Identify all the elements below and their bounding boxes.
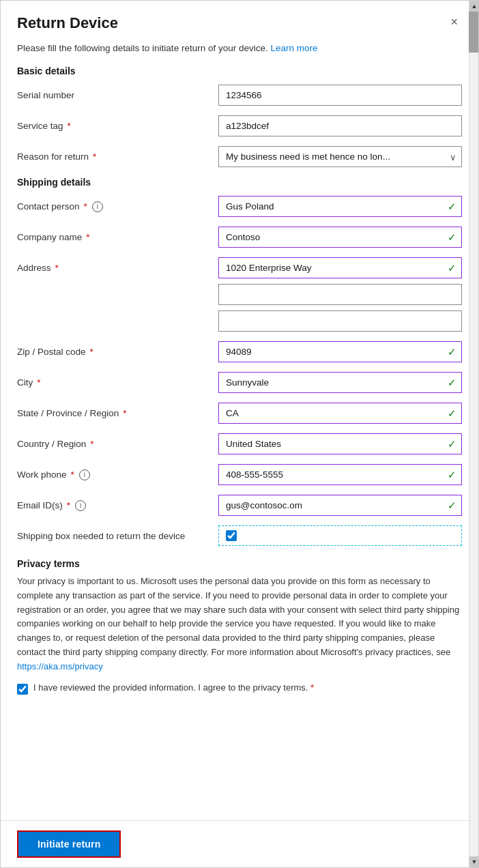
contact-person-row: Contact person * i ✓ <box>17 196 462 217</box>
work-phone-row: Work phone * i ✓ <box>17 464 462 485</box>
privacy-link[interactable]: https://aka.ms/privacy <box>17 661 103 671</box>
learn-more-link[interactable]: Learn more <box>270 43 317 53</box>
service-tag-label: Service tag * <box>17 121 218 131</box>
email-label: Email ID(s) * i <box>17 500 218 511</box>
serial-number-row: Serial number <box>17 85 462 106</box>
company-name-input[interactable] <box>218 227 462 248</box>
reason-return-required: * <box>93 151 96 162</box>
work-phone-info-icon[interactable]: i <box>79 469 90 480</box>
reason-return-select[interactable]: My business need is met hence no lon... <box>218 146 462 167</box>
dialog-body: Please fill the following details to ini… <box>1 39 478 820</box>
scrollbar-down-button[interactable]: ▼ <box>469 856 479 867</box>
zip-postal-row: Zip / Postal code * ✓ <box>17 341 462 362</box>
address-line2-wrapper <box>218 284 462 305</box>
reason-return-row: Reason for return * My business need is … <box>17 146 462 167</box>
state-required: * <box>123 408 126 418</box>
privacy-agree-required: * <box>310 682 314 693</box>
city-input[interactable] <box>218 372 462 393</box>
shipping-details-title: Shipping details <box>17 177 462 188</box>
country-wrapper: ✓ <box>218 433 462 454</box>
email-required: * <box>67 500 70 510</box>
close-button[interactable]: × <box>446 14 462 29</box>
service-tag-required: * <box>68 121 71 131</box>
contact-person-label: Contact person * i <box>17 201 218 212</box>
email-info-icon[interactable]: i <box>75 500 86 511</box>
work-phone-input[interactable] <box>218 464 462 485</box>
address-row: Address * ✓ <box>17 257 462 332</box>
return-device-dialog: ▲ ▼ Return Device × Please fill the foll… <box>0 0 479 868</box>
company-name-label: Company name * <box>17 232 218 242</box>
shipping-box-row: Shipping box needed to return the device <box>17 525 462 546</box>
address-line3-input[interactable] <box>218 310 462 332</box>
serial-number-wrapper <box>218 85 462 106</box>
zip-postal-wrapper: ✓ <box>218 341 462 362</box>
address-required: * <box>55 263 59 273</box>
privacy-agree-checkbox[interactable] <box>17 684 28 695</box>
privacy-text: Your privacy is important to us. Microso… <box>17 575 462 674</box>
intro-text: Please fill the following details to ini… <box>17 43 462 53</box>
company-name-required: * <box>86 232 89 242</box>
service-tag-wrapper <box>218 115 462 136</box>
address-line1-input[interactable] <box>218 257 462 278</box>
work-phone-wrapper: ✓ <box>218 464 462 485</box>
work-phone-label: Work phone * i <box>17 469 218 480</box>
city-label: City * <box>17 377 218 388</box>
country-row: Country / Region * ✓ <box>17 433 462 454</box>
address-line2-input[interactable] <box>218 284 462 305</box>
state-wrapper: ✓ <box>218 403 462 424</box>
address-fields-wrapper: ✓ <box>218 257 462 332</box>
state-input[interactable] <box>218 403 462 424</box>
address-line1-wrapper: ✓ <box>218 257 462 278</box>
initiate-return-button[interactable]: Initiate return <box>17 830 121 858</box>
privacy-section: Privacy terms Your privacy is important … <box>17 558 462 695</box>
address-label: Address * <box>17 257 218 273</box>
state-row: State / Province / Region * ✓ <box>17 403 462 424</box>
shipping-box-label: Shipping box needed to return the device <box>17 531 218 541</box>
zip-postal-required: * <box>90 347 93 357</box>
scrollbar-up-button[interactable]: ▲ <box>469 1 479 12</box>
country-input[interactable] <box>218 433 462 454</box>
city-required: * <box>37 377 40 388</box>
contact-person-required: * <box>84 201 87 212</box>
contact-person-info-icon[interactable]: i <box>92 201 103 212</box>
serial-number-label: Serial number <box>17 90 218 100</box>
privacy-agree-row: I have reviewed the provided information… <box>17 682 462 695</box>
shipping-box-checkbox[interactable] <box>226 530 237 541</box>
reason-return-label: Reason for return * <box>17 151 218 162</box>
shipping-box-checkbox-wrapper <box>218 525 462 546</box>
country-label: Country / Region * <box>17 439 218 449</box>
city-row: City * ✓ <box>17 372 462 393</box>
email-input[interactable] <box>218 495 462 516</box>
contact-person-wrapper: ✓ <box>218 196 462 217</box>
company-name-wrapper: ✓ <box>218 227 462 248</box>
reason-return-wrapper: My business need is met hence no lon... … <box>218 146 462 167</box>
dialog-title: Return Device <box>17 14 118 32</box>
email-wrapper: ✓ <box>218 495 462 516</box>
work-phone-required: * <box>71 469 74 480</box>
serial-number-input[interactable] <box>218 85 462 106</box>
privacy-agree-text: I have reviewed the provided information… <box>33 682 314 693</box>
dialog-header: Return Device × <box>1 1 478 39</box>
service-tag-row: Service tag * <box>17 115 462 136</box>
scrollbar-track: ▲ ▼ <box>469 1 478 867</box>
city-wrapper: ✓ <box>218 372 462 393</box>
state-label: State / Province / Region * <box>17 408 218 418</box>
dialog-footer: Initiate return <box>1 820 478 867</box>
privacy-title: Privacy terms <box>17 558 462 569</box>
zip-postal-label: Zip / Postal code * <box>17 347 218 357</box>
email-row: Email ID(s) * i ✓ <box>17 495 462 516</box>
company-name-row: Company name * ✓ <box>17 227 462 248</box>
address-line3-wrapper <box>218 310 462 332</box>
basic-details-title: Basic details <box>17 66 462 76</box>
country-required: * <box>90 439 93 449</box>
service-tag-input[interactable] <box>218 115 462 136</box>
contact-person-input[interactable] <box>218 196 462 217</box>
zip-postal-input[interactable] <box>218 341 462 362</box>
scrollbar-thumb[interactable] <box>469 12 478 53</box>
